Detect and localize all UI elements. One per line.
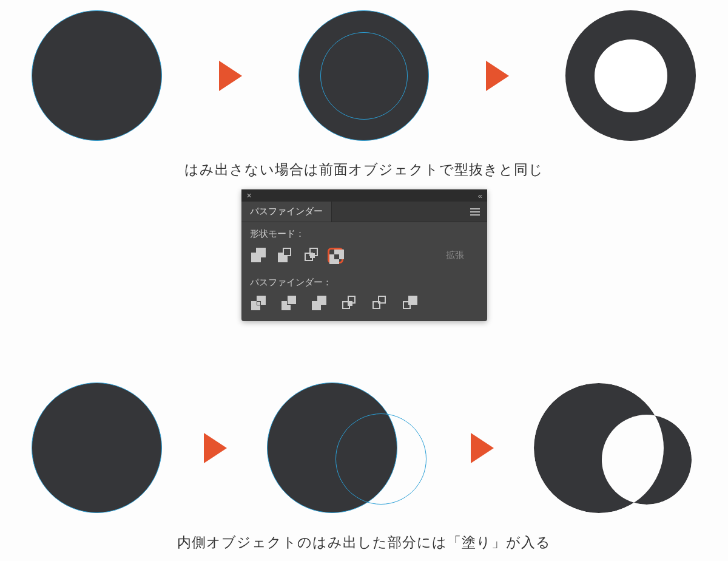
exclude-icon[interactable] — [328, 248, 343, 264]
step1-circle — [30, 9, 164, 143]
tab-pathfinder[interactable]: パスファインダー — [241, 202, 332, 222]
small-circle-outline-offset — [335, 413, 426, 505]
panel-topbar: ✕ « — [241, 189, 487, 202]
collapse-icon[interactable]: « — [478, 191, 482, 200]
svg-point-8 — [602, 415, 692, 505]
arrow-icon — [471, 433, 494, 463]
large-circle-selected — [32, 10, 162, 141]
divide-icon[interactable] — [251, 296, 267, 311]
pathfinder-panel: ✕ « パスファインダー 形状モード： 拡張 パスファインダー： — [241, 189, 487, 321]
arrow-icon — [219, 61, 242, 91]
shape-mode-label: 形状モード： — [241, 222, 487, 243]
minus-back-icon[interactable] — [403, 296, 419, 311]
small-circle-outline — [320, 32, 408, 120]
panel-menu-icon[interactable] — [463, 202, 487, 222]
unite-icon[interactable] — [251, 248, 267, 264]
minus-front-icon[interactable] — [278, 248, 294, 264]
merge-icon[interactable] — [312, 296, 328, 311]
panel-tabs: パスファインダー — [241, 202, 487, 222]
caption-bottom: 内側オブジェクトのはみ出した部分には「塗り」が入る — [0, 533, 728, 552]
example-row-2 — [0, 381, 728, 515]
step1-circle — [30, 381, 164, 515]
trim-icon[interactable] — [281, 296, 297, 311]
ring-shape — [565, 10, 696, 141]
arrow-icon — [204, 433, 227, 463]
pathfinder-section-label: パスファインダー： — [241, 271, 487, 292]
intersect-icon[interactable] — [305, 248, 320, 264]
crop-icon[interactable] — [342, 296, 358, 311]
expand-button[interactable]: 拡張 — [433, 247, 477, 264]
outline-icon[interactable] — [372, 296, 388, 311]
step3-ring-result — [564, 9, 698, 143]
example-row-1 — [0, 9, 728, 143]
caption-top: はみ出さない場合は前面オブジェクトで型抜きと同じ — [0, 160, 728, 179]
step2-two-circles-centered — [297, 9, 431, 143]
large-circle-selected — [32, 382, 162, 513]
step2-two-circles-overlap — [267, 381, 431, 515]
shape-mode-row: 拡張 — [241, 243, 487, 271]
arrow-icon — [486, 61, 509, 91]
exclude-svg — [534, 381, 698, 515]
pathfinder-row — [241, 292, 487, 321]
close-icon[interactable]: ✕ — [246, 192, 252, 200]
step3-exclude-result — [534, 381, 698, 515]
